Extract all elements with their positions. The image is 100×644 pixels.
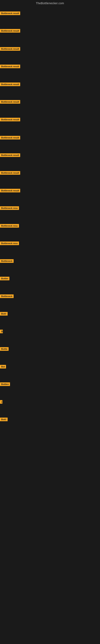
bottleneck-badge[interactable]: Bottleneck result — [0, 12, 20, 15]
bottleneck-badge[interactable]: Bottleneck — [0, 259, 14, 263]
bottleneck-badge[interactable]: Bottleneck result — [0, 64, 20, 68]
bottleneck-badge[interactable]: Bott! — [0, 418, 8, 421]
list-item: Bottleneck resu — [0, 224, 19, 228]
list-item: Bott! — [0, 418, 8, 422]
bottleneck-badge[interactable]: Bottler — [0, 277, 9, 280]
site-title: TheBottlenecker.com — [0, 0, 100, 6]
list-item: Bottleneck result — [0, 189, 20, 193]
bottleneck-badge[interactable]: Bottleneck resu — [0, 206, 19, 210]
list-item: Bottleneck result — [0, 171, 20, 176]
list-item: Bot — [0, 365, 6, 369]
list-item: Bottleneck — [0, 259, 14, 264]
bottleneck-badge[interactable]: Bottleneck result — [0, 171, 20, 175]
bottleneck-badge[interactable]: Bottlen — [0, 382, 10, 386]
bottleneck-badge[interactable]: Bottleneck resu — [0, 242, 19, 245]
list-item: Bottleneck result — [0, 100, 20, 104]
bottleneck-badge[interactable]: Bottle — [0, 347, 9, 351]
list-item: B — [0, 330, 3, 334]
bottleneck-badge[interactable]: Bottleneck result — [0, 82, 20, 86]
list-item: Bottleneck resu — [0, 242, 19, 246]
list-item: Bottleneck result — [0, 136, 20, 140]
list-item: Bottler — [0, 277, 9, 281]
bottleneck-badge[interactable]: Bott! — [0, 312, 8, 316]
bottleneck-badge[interactable]: Bottleneck result — [0, 136, 20, 140]
bottleneck-badge[interactable]: | — [0, 400, 2, 404]
list-item: Bottleneck result — [0, 118, 20, 122]
list-item: Bottleneck — [0, 294, 14, 299]
list-item: Bottleneck result — [0, 153, 20, 158]
bottleneck-badge[interactable]: Bottleneck — [0, 294, 14, 298]
bottleneck-badge[interactable]: Bot — [0, 365, 6, 368]
list-item: Bottleneck result — [0, 64, 20, 69]
bottleneck-badge[interactable]: Bottleneck resu — [0, 224, 19, 228]
bottleneck-badge[interactable]: Bottleneck result — [0, 47, 20, 51]
bottleneck-badge[interactable]: Bottleneck result — [0, 29, 20, 32]
list-item: Bottleneck result — [0, 12, 20, 16]
bottleneck-badge[interactable]: Bottleneck result — [0, 153, 20, 157]
bottleneck-badge[interactable]: B — [0, 330, 3, 333]
bottleneck-badge[interactable]: Bottleneck result — [0, 100, 20, 104]
list-item: Bottlen — [0, 382, 10, 387]
bottleneck-badge[interactable]: Bottleneck result — [0, 118, 20, 121]
list-item: Bottleneck result — [0, 29, 20, 34]
list-item: Bottleneck resu — [0, 206, 19, 211]
list-item: Bott! — [0, 312, 8, 316]
list-item: | — [0, 400, 2, 404]
list-item: Bottleneck result — [0, 82, 20, 87]
list-item: Bottleneck result — [0, 47, 20, 52]
list-item: Bottle — [0, 347, 9, 352]
bottleneck-badge[interactable]: Bottleneck result — [0, 189, 20, 192]
